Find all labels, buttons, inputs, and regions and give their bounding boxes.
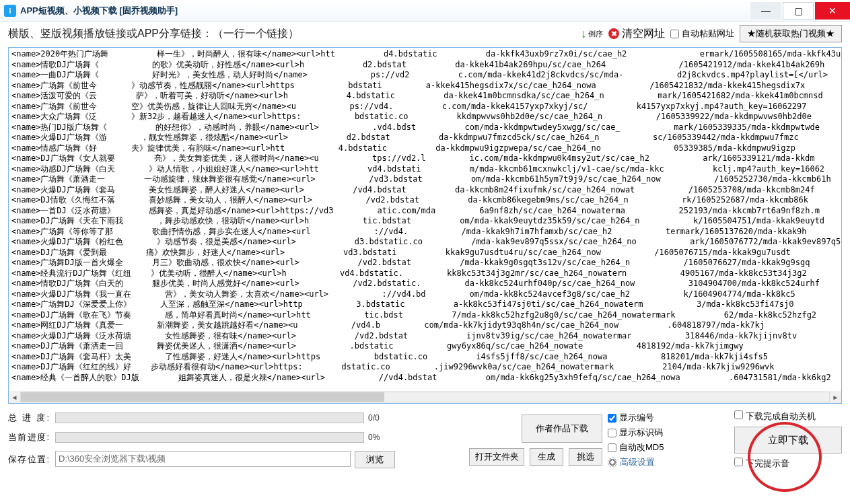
generate-button[interactable]: 生成: [530, 448, 563, 466]
current-progress-text: 0%: [368, 433, 395, 442]
auto-md5-checkbox[interactable]: 自动改MD5: [608, 441, 729, 454]
auto-paste-input[interactable]: [670, 30, 679, 38]
minimize-button[interactable]: —: [750, 2, 781, 20]
sort-label: 倒序: [588, 30, 603, 38]
random-hot-button[interactable]: ★随机获取热门视频★: [740, 25, 842, 42]
scroll-track[interactable]: [20, 392, 830, 402]
current-progress-label: 当前进度:: [8, 431, 50, 443]
download-now-button[interactable]: 立即下载: [734, 427, 842, 454]
done-sound-checkbox[interactable]: 下完提示音: [734, 458, 842, 470]
options-column: 显示编号 显示标识码 自动改MD5 高级设置: [608, 412, 729, 468]
total-progress-bar: [55, 412, 364, 423]
close-button[interactable]: ✕: [815, 2, 850, 20]
toolbar: 横版、竖版视频播放链接或APP分享链接：（一行一个链接） ↓ 倒序 ✖ 清空网址…: [0, 22, 850, 46]
pick-button[interactable]: 挑选: [569, 448, 602, 466]
url-textarea-container: ◄ ►: [8, 47, 842, 404]
show-number-checkbox[interactable]: 显示编号: [608, 412, 729, 424]
gear-icon: [608, 458, 617, 467]
clear-icon: ✖: [608, 28, 619, 39]
window-controls: — ▢ ✕: [750, 2, 850, 20]
total-progress-text: 0/0: [368, 413, 395, 423]
scroll-thumb[interactable]: [21, 392, 384, 402]
auto-paste-checkbox[interactable]: 自动粘贴网址: [670, 28, 734, 40]
author-works-button[interactable]: 作者作品下载: [522, 415, 602, 443]
auto-shutdown-checkbox[interactable]: 下载完成自动关机: [734, 410, 842, 423]
sort-arrow-icon: ↓: [581, 27, 587, 41]
clear-label: 清空网址: [622, 27, 665, 41]
app-icon: i: [4, 5, 16, 17]
show-id-checkbox[interactable]: 显示标识码: [608, 427, 729, 439]
download-column: 下载完成自动关机 立即下载 下完提示音: [734, 410, 842, 470]
window-title: APP短视频、小视频下载 [固乔视频助手]: [20, 5, 178, 17]
url-textarea[interactable]: [9, 48, 841, 388]
scroll-right-icon[interactable]: ►: [830, 391, 841, 403]
maximize-button[interactable]: ▢: [783, 2, 814, 20]
save-path-label: 保存位置:: [8, 454, 50, 466]
browse-button[interactable]: 浏览: [355, 451, 395, 468]
bottom-panel: 总 进 度: 0/0 当前进度: 0% 保存位置: 浏览 作者作品下载 打开文件…: [0, 405, 850, 470]
clear-urls-button[interactable]: ✖ 清空网址: [608, 27, 665, 41]
total-progress-label: 总 进 度:: [8, 412, 50, 424]
open-folder-button[interactable]: 打开文件夹: [469, 448, 524, 466]
sort-button[interactable]: ↓ 倒序: [581, 27, 603, 41]
titlebar: i APP短视频、小视频下载 [固乔视频助手] — ▢ ✕: [0, 0, 850, 22]
url-prompt-label: 横版、竖版视频播放链接或APP分享链接：（一行一个链接）: [8, 27, 299, 41]
horizontal-scrollbar[interactable]: ◄ ►: [9, 391, 841, 403]
scroll-left-icon[interactable]: ◄: [9, 391, 20, 403]
current-progress-bar: [55, 432, 364, 443]
save-path-input[interactable]: [55, 451, 351, 467]
auto-paste-label: 自动粘贴网址: [682, 28, 734, 40]
advanced-settings-link[interactable]: 高级设置: [608, 456, 729, 468]
